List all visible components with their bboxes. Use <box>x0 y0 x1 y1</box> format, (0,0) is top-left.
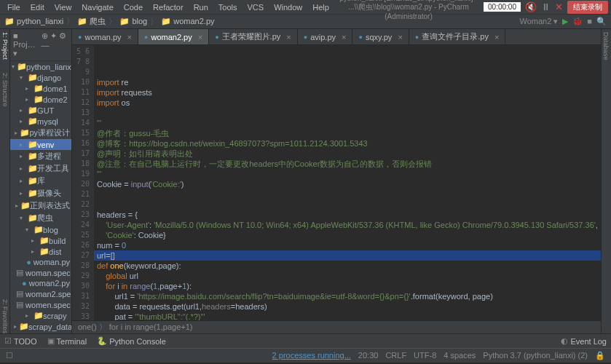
main-menu: FileEditViewNavigateCodeRefactorRunTools… <box>3 1 334 13</box>
tree-item[interactable]: ▸📁开发工具 <box>10 162 71 175</box>
database-tool-tab[interactable]: Database <box>602 32 610 60</box>
tree-item[interactable]: ●woman.py <box>10 257 71 267</box>
tree-item[interactable]: ▸📁dist <box>10 246 71 257</box>
close-tab-icon[interactable]: × <box>494 33 499 41</box>
editor-tab[interactable]: ●sqxy.py× <box>352 29 409 44</box>
editor: ●woman.py×●woman2.py×●王者荣耀图片.py×●avip.py… <box>72 29 601 333</box>
tree-item[interactable]: ▸📁scrapy <box>10 310 71 321</box>
rec-timer: 00:00:00 <box>484 2 521 12</box>
tree-item[interactable]: ▸📁摄像头 <box>10 187 71 199</box>
editor-tab[interactable]: ●avip.py× <box>298 29 353 44</box>
tree-item[interactable]: ▾📁django <box>10 72 71 83</box>
left-tool-tabs: 1: Project 2: Structure 2: Favorites <box>0 29 10 333</box>
tree-item[interactable]: ▸📁正则表达式 <box>10 199 71 212</box>
tree-item[interactable]: ▤women.spec <box>10 299 71 310</box>
menu-navigate[interactable]: Navigate <box>77 1 117 13</box>
terminal-tab[interactable]: ▣Terminal <box>47 336 87 346</box>
indent[interactable]: 4 spaces <box>444 351 476 360</box>
structure-tool-tab[interactable]: 2: Structure <box>1 73 9 107</box>
breadcrumb[interactable]: 📁 python_lianxi〉📁 爬虫〉📁 blog〉📁 woman2.py <box>4 16 215 27</box>
tree-item[interactable]: ▸📁多进程 <box>10 150 71 162</box>
lock-icon[interactable]: 🔒 <box>595 351 605 360</box>
editor-tabs: ●woman.py×●woman2.py×●王者荣耀图片.py×●avip.py… <box>72 29 601 45</box>
interpreter[interactable]: Python 3.7 (python_lianxi) (2) <box>483 351 588 360</box>
tree-item[interactable]: ▸📁venv <box>10 139 71 150</box>
gutter: 5 6 7 8 9 10 11 12 13 14 15 16 17 18 19 … <box>72 45 94 320</box>
close-tab-icon[interactable]: × <box>398 33 402 41</box>
menu-edit[interactable]: Edit <box>26 1 49 13</box>
menu-code[interactable]: Code <box>119 1 147 13</box>
tree-item[interactable]: ▸📁py课程设计 <box>10 127 71 139</box>
menu-view[interactable]: View <box>50 1 76 13</box>
tree-item[interactable]: ▸📁yzm <box>10 332 71 333</box>
main-area: 1: Project 2: Structure 2: Favorites ■ P… <box>0 29 611 333</box>
python-console-tab[interactable]: 🐍Python Console <box>97 336 166 346</box>
titlebar: FileEditViewNavigateCodeRefactorRunTools… <box>0 0 611 15</box>
editor-tab[interactable]: ●查询文件子目录.py× <box>409 29 506 44</box>
event-log-tab[interactable]: ◐Event Log <box>561 336 607 346</box>
todo-tab[interactable]: ☑TODO <box>4 336 37 346</box>
stop-record-button[interactable]: 结束录制 <box>567 1 608 14</box>
bottom-tool-tabs: ☑TODO ▣Terminal 🐍Python Console ◐Event L… <box>0 333 611 348</box>
code-content[interactable]: import re import requests import os ''' … <box>94 45 601 320</box>
close-tab-icon[interactable]: × <box>342 33 346 41</box>
line-sep[interactable]: CRLF <box>385 351 406 360</box>
favorites-tool-tab[interactable]: 2: Favorites <box>1 299 9 333</box>
tree-item[interactable]: ▸📁mysql <box>10 116 71 127</box>
right-tool-tabs: Database <box>601 29 611 333</box>
search-icon[interactable]: 🔍 <box>596 17 607 26</box>
project-tree[interactable]: ■ Proj… ▾ ⊕ ✦ ⚙ — ▾📁python_lianxi E:\\zh… <box>10 29 72 333</box>
close-tab-icon[interactable]: × <box>198 33 202 41</box>
status-icon[interactable]: ☐ <box>6 351 13 360</box>
debug-icon[interactable]: 🐞 <box>572 17 583 26</box>
menu-tools[interactable]: Tools <box>214 1 242 13</box>
run-icon[interactable]: ▶ <box>562 17 568 26</box>
tree-item[interactable]: ▸📁scrapy_data <box>10 321 71 332</box>
processes-link[interactable]: 2 processes running... <box>272 351 351 360</box>
tree-item[interactable]: ▾📁blog <box>10 224 71 235</box>
tree-item[interactable]: ▸📁dome2 <box>10 94 71 105</box>
breadcrumb-bar: 📁 python_lianxi〉📁 爬虫〉📁 blog〉📁 woman2.py … <box>0 15 611 29</box>
status-bar: ☐ 2 processes running... 20:30 CRLF UTF-… <box>0 348 611 363</box>
stop-icon[interactable]: ■ <box>587 17 592 26</box>
editor-tab[interactable]: ●woman.py× <box>72 29 138 44</box>
pause-icon[interactable]: ⏸ <box>541 1 551 12</box>
menu-file[interactable]: File <box>3 1 25 13</box>
tree-item[interactable]: ▾📁爬虫 <box>10 212 71 224</box>
tree-item[interactable]: ▸📁dome1 <box>10 83 71 94</box>
code-area[interactable]: 5 6 7 8 9 10 11 12 13 14 15 16 17 18 19 … <box>72 45 601 320</box>
tree-item[interactable]: ▸📁GUT <box>10 105 71 116</box>
encoding[interactable]: UTF-8 <box>414 351 436 360</box>
menu-window[interactable]: Window <box>269 1 307 13</box>
tree-item[interactable]: ▤woman.spec <box>10 267 71 278</box>
menu-run[interactable]: Run <box>189 1 213 13</box>
tree-item[interactable]: ▸📁build <box>10 235 71 246</box>
menu-help[interactable]: Help <box>308 1 334 13</box>
run-config[interactable]: Woman2 ▾ ▶ 🐞 ■ 🔍 <box>519 17 607 26</box>
window-title: python_lianxi [E:\\zhao_sir\\python_lian… <box>334 0 484 20</box>
tree-header: ■ Proj… ▾ ⊕ ✦ ⚙ — <box>10 29 71 61</box>
tree-tools[interactable]: ⊕ ✦ ⚙ — <box>42 31 69 58</box>
mute-icon[interactable]: 🔇 <box>525 1 537 12</box>
menu-vcs[interactable]: VCS <box>243 1 269 13</box>
tree-item[interactable]: ●woman2.py <box>10 278 71 288</box>
menu-refactor[interactable]: Refactor <box>149 1 188 13</box>
close-tab-icon[interactable]: × <box>127 33 132 41</box>
tree-root[interactable]: ▾📁python_lianxi E:\\zhao_s <box>10 61 71 72</box>
editor-tab[interactable]: ●woman2.py× <box>138 29 209 44</box>
close-tab-icon[interactable]: × <box>286 33 291 41</box>
editor-tab[interactable]: ●王者荣耀图片.py× <box>209 29 298 44</box>
tree-item[interactable]: ▸📁库 <box>10 175 71 187</box>
caret-pos[interactable]: 20:30 <box>358 351 379 360</box>
recording-controls: 00:00:00 🔇 ⏸ ✕ 结束录制 <box>484 1 608 14</box>
tree-item[interactable]: ▤woman2.spec <box>10 288 71 299</box>
close-rec-icon[interactable]: ✕ <box>555 1 563 12</box>
code-breadcrumb[interactable]: one() 〉 for i in range(1,page+1) <box>72 320 601 333</box>
tree-title[interactable]: ■ Proj… ▾ <box>13 31 41 58</box>
project-tool-tab[interactable]: 1: Project <box>1 32 9 60</box>
